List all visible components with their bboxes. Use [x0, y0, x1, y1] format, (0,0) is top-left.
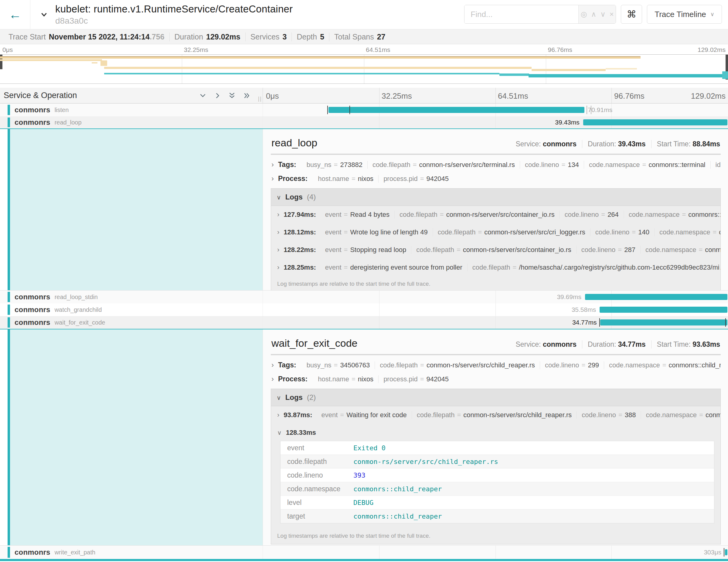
table-row: level DEBUG — [281, 496, 714, 509]
process-toggle[interactable]: Process: host.namenixos process.pid94204… — [271, 174, 721, 183]
logs-section: Logs(4) 127.94ms: eventRead 4 bytes code… — [271, 188, 721, 290]
service-name: conmonrs — [15, 118, 50, 127]
view-select-label: Trace Timeline — [655, 10, 706, 19]
detail-title: read_loop — [271, 137, 317, 149]
chevron-right-icon — [271, 375, 274, 383]
trace-title-block: kubelet: runtime.v1.RuntimeService/Creat… — [55, 3, 293, 26]
log-entry[interactable]: 127.94ms: eventRead 4 bytes code.filepat… — [271, 206, 720, 223]
trace-depth: Depth5 — [292, 32, 329, 41]
service-color-bar — [8, 292, 10, 302]
logs-toggle[interactable]: Logs(4) — [271, 189, 720, 206]
chevron-right-icon — [277, 246, 279, 254]
expand-one-icon[interactable] — [213, 92, 221, 100]
chevron-down-icon — [277, 393, 281, 402]
find-tools: ◎ ∧ ∨ × — [578, 5, 616, 23]
match-count-icon[interactable]: ◎ — [581, 10, 587, 19]
service-name: conmonrs — [15, 293, 50, 301]
view-select-dropdown[interactable]: Trace Timeline ∨ — [647, 5, 722, 24]
span-bar-watch-grandchild[interactable]: 35.58ms — [263, 303, 728, 316]
find-input[interactable] — [464, 5, 578, 23]
service-color-bar — [8, 305, 10, 315]
span-row-read-loop-stdin: conmonrs read_loop_stdin 39.69ms — [0, 291, 728, 303]
chevron-right-icon — [277, 411, 279, 419]
column-resize-handle[interactable]: || — [258, 96, 262, 102]
span-label-read-loop-stdin[interactable]: conmonrs read_loop_stdin — [0, 291, 263, 303]
span-bar-wait-for-exit-code[interactable]: 34.77ms — [263, 316, 728, 329]
log-entry[interactable]: 93.87ms: eventWaiting for exit code code… — [271, 406, 720, 424]
prev-result-icon[interactable]: ∧ — [591, 10, 597, 19]
trace-title-expander[interactable] — [39, 11, 49, 19]
operation-name: listen — [55, 107, 69, 114]
operation-name: watch_grandchild — [55, 306, 102, 313]
find-box: ◎ ∧ ∨ × — [464, 5, 616, 24]
service-color-bar — [8, 105, 10, 115]
next-expanded-row-edge — [0, 559, 728, 561]
table-row: target conmonrs::child_reaper — [281, 509, 714, 523]
detail-indent-gutter — [0, 129, 263, 290]
keyboard-shortcuts-button[interactable]: ⌘ — [621, 5, 642, 24]
span-bar-read-loop[interactable]: 39.43ms — [263, 116, 728, 128]
operation-name: wait_for_exit_code — [55, 319, 105, 326]
collapse-all-icon[interactable] — [228, 92, 236, 100]
page-header: ← kubelet: runtime.v1.RuntimeService/Cre… — [0, 0, 728, 29]
detail-meta: Service: conmonrs Duration: 39.43ms Star… — [510, 140, 720, 148]
span-row-read-loop: conmonrs read_loop 39.43ms — [0, 116, 728, 129]
expand-all-icon[interactable] — [243, 92, 250, 100]
chevron-right-icon — [277, 228, 279, 236]
process-toggle[interactable]: Process: host.namenixos process.pid94204… — [271, 375, 721, 383]
log-entry[interactable]: 128.12ms: eventWrote log line of length … — [271, 223, 720, 241]
log-entry-expanded[interactable]: 128.33ms — [271, 424, 720, 438]
operation-name: write_exit_path — [55, 549, 96, 556]
operation-name: read_loop — [55, 119, 82, 126]
log-fields-table: event Exited 0 code.filepath conmon-rs/s… — [280, 441, 714, 523]
service-color-bar — [8, 118, 10, 127]
log-entry[interactable]: 128.22ms: eventStopping read loop code.f… — [271, 241, 720, 259]
logs-toggle[interactable]: Logs(2) — [271, 389, 720, 406]
trace-duration: Duration129.02ms — [170, 32, 246, 41]
span-label-read-loop[interactable]: conmonrs read_loop — [0, 116, 263, 128]
logs-section: Logs(2) 93.87ms: eventWaiting for exit c… — [271, 389, 721, 544]
span-label-write-exit-path[interactable]: conmonrs write_exit_path — [0, 546, 263, 559]
logs-footnote: Log timestamps are relative to the start… — [271, 528, 720, 544]
table-row: code.namespace conmonrs::child_reaper — [281, 482, 714, 496]
log-entry[interactable]: 128.25ms: eventderegistering event sourc… — [271, 259, 720, 276]
back-arrow-icon: ← — [9, 8, 22, 21]
logs-footnote: Log timestamps are relative to the start… — [271, 276, 720, 290]
page-title: kubelet: runtime.v1.RuntimeService/Creat… — [55, 3, 293, 15]
span-bar-read-loop-stdin[interactable]: 39.69ms — [263, 291, 728, 303]
chevron-down-icon — [277, 429, 282, 437]
span-label-listen[interactable]: conmonrs listen — [0, 104, 263, 116]
service-name: conmonrs — [15, 318, 50, 327]
trace-minimap[interactable] — [0, 54, 728, 84]
span-bar-write-exit-path[interactable]: 303μs — [263, 546, 728, 559]
tags-toggle[interactable]: Tags: busy_ns34506763 code.filepathconmo… — [271, 361, 721, 369]
service-color-bar — [8, 547, 10, 558]
detail-indent-gutter — [0, 329, 263, 545]
trace-services: Services3 — [246, 32, 292, 41]
chevron-right-icon — [277, 211, 279, 219]
tags-toggle[interactable]: Tags: busy_ns273882 code.filepathconmon-… — [271, 160, 721, 169]
span-row-wait-for-exit-code: conmonrs wait_for_exit_code 34.77ms — [0, 316, 728, 329]
span-row-watch-grandchild: conmonrs watch_grandchild 35.58ms — [0, 303, 728, 316]
service-operation-header: Service & Operation — [4, 91, 77, 100]
table-row: event Exited 0 — [281, 441, 714, 455]
next-result-icon[interactable]: ∨ — [600, 10, 606, 19]
trace-total-spans: Total Spans27 — [329, 32, 390, 41]
clear-search-icon[interactable]: × — [610, 10, 614, 19]
span-row-listen: conmonrs listen 70.91ms — [0, 104, 728, 116]
span-label-wait-for-exit-code[interactable]: conmonrs wait_for_exit_code — [0, 316, 263, 329]
collapse-one-icon[interactable] — [199, 92, 207, 100]
span-detail-wait-for-exit-code: wait_for_exit_code Service: conmonrs Dur… — [0, 329, 728, 546]
table-row: code.filepath conmon-rs/server/src/child… — [281, 455, 714, 468]
chevron-right-icon — [271, 361, 274, 369]
trace-timeline-page: ← kubelet: runtime.v1.RuntimeService/Cre… — [0, 0, 728, 562]
trace-id-short: d8a3a0c — [55, 16, 293, 26]
back-button[interactable]: ← — [0, 0, 30, 29]
span-label-watch-grandchild[interactable]: conmonrs watch_grandchild — [0, 303, 263, 316]
detail-meta: Service: conmonrs Duration: 34.77ms Star… — [510, 340, 720, 349]
chevron-right-icon — [271, 174, 274, 183]
span-detail-read-loop: read_loop Service: conmonrs Duration: 39… — [0, 129, 728, 291]
chevron-right-icon — [277, 264, 279, 271]
span-bar-listen[interactable]: 70.91ms — [263, 104, 728, 116]
service-name: conmonrs — [15, 548, 50, 557]
